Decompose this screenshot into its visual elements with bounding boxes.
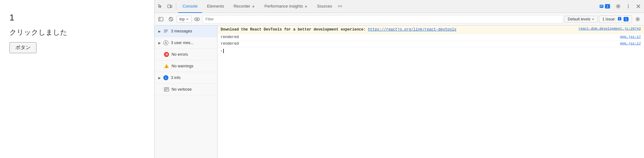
info-label: 3 info bbox=[171, 76, 181, 80]
svg-rect-1 bbox=[171, 5, 172, 8]
svg-rect-0 bbox=[168, 5, 170, 8]
user-messages-icon bbox=[163, 40, 168, 45]
filter-input[interactable] bbox=[203, 15, 563, 23]
console-prompt[interactable]: › bbox=[217, 47, 644, 54]
inspect-icon[interactable] bbox=[156, 2, 165, 11]
devtools-message-bold: Download the React DevTools for a better… bbox=[221, 27, 366, 32]
default-levels-button[interactable]: Default levels bbox=[564, 16, 598, 23]
user-messages-arrow: ▶ bbox=[158, 41, 161, 45]
recorder-flag: ▲ bbox=[251, 4, 255, 8]
rendered-source-2[interactable]: App.jsx:17 bbox=[620, 42, 641, 45]
issue-icon bbox=[618, 17, 622, 22]
errors-label: No errors bbox=[172, 52, 188, 57]
toolbar-divider-1 bbox=[176, 3, 176, 9]
more-tabs-chevron[interactable]: >> bbox=[338, 4, 342, 8]
device-toolbar-icon[interactable] bbox=[165, 2, 174, 11]
devtools-panel: Console Elements Recorder ▲ Performance … bbox=[154, 0, 644, 158]
svg-point-20 bbox=[637, 18, 639, 20]
show-sidebar-icon[interactable] bbox=[156, 15, 165, 24]
console-sidebar: ▶ 3 messages ▶ bbox=[155, 25, 217, 158]
svg-point-7 bbox=[628, 6, 629, 7]
svg-rect-11 bbox=[159, 17, 163, 21]
console-output: Download the React DevTools for a better… bbox=[217, 25, 644, 158]
sidebar-item-user-messages[interactable]: ▶ 3 user mes... bbox=[155, 37, 217, 49]
tab-console[interactable]: Console bbox=[178, 0, 202, 13]
devtools-message-text: Download the React DevTools for a better… bbox=[221, 27, 576, 32]
issue-label: 1 Issue: bbox=[602, 17, 616, 21]
messages-label: 3 messages bbox=[171, 29, 192, 33]
default-levels-label: Default levels bbox=[568, 17, 590, 21]
svg-point-24 bbox=[165, 42, 167, 43]
performance-flag: ▲ bbox=[304, 4, 308, 8]
prompt-cursor bbox=[223, 49, 224, 53]
default-levels-chevron bbox=[592, 18, 594, 20]
info-arrow: ▶ bbox=[158, 76, 161, 80]
devtools-link[interactable]: https://reactjs.org/link/react-devtools bbox=[368, 27, 456, 32]
live-expressions-icon[interactable] bbox=[193, 15, 201, 24]
issue-count: 1 bbox=[624, 17, 629, 21]
console-badge-button[interactable]: 1 bbox=[597, 3, 613, 9]
svg-line-14 bbox=[170, 18, 172, 20]
tab-sources[interactable]: Sources bbox=[313, 0, 336, 13]
messages-arrow: ▶ bbox=[158, 30, 161, 33]
frame-selector-label: top bbox=[179, 17, 185, 21]
clear-console-icon[interactable] bbox=[167, 15, 175, 24]
sidebar-item-warnings[interactable]: ! No warnings bbox=[155, 60, 217, 72]
sidebar-item-info[interactable]: ▶ i 3 info bbox=[155, 72, 217, 84]
errors-icon: ✕ bbox=[164, 52, 169, 57]
rendered-text-1: rendered bbox=[221, 35, 239, 39]
close-icon[interactable] bbox=[634, 2, 643, 11]
more-options-icon[interactable] bbox=[624, 2, 633, 11]
svg-point-5 bbox=[618, 6, 619, 7]
sidebar-item-messages[interactable]: ▶ 3 messages bbox=[155, 25, 217, 37]
sidebar-item-errors[interactable]: ✕ No errors bbox=[155, 49, 217, 60]
devtools-tab-bar: Console Elements Recorder ▲ Performance … bbox=[155, 0, 644, 13]
devtools-toolbar2: top Default levels 1 Issue: bbox=[155, 13, 644, 25]
toolbar-right: 1 bbox=[597, 2, 643, 11]
messages-icon bbox=[163, 29, 168, 34]
info-icon: i bbox=[163, 75, 168, 80]
page-clicked-text: クリックしました bbox=[9, 28, 145, 37]
svg-text:!: ! bbox=[166, 65, 167, 68]
verbose-icon bbox=[164, 87, 169, 92]
console-settings-icon[interactable] bbox=[633, 15, 642, 24]
devtools-message-line: Download the React DevTools for a better… bbox=[217, 25, 644, 34]
svg-point-6 bbox=[628, 4, 629, 5]
issues-badge-button[interactable]: 1 Issue: 1 bbox=[599, 15, 632, 23]
devtools-source[interactable]: react-dom.development.js:29742 bbox=[579, 27, 641, 31]
console-count-badge: 1 bbox=[605, 4, 610, 8]
svg-point-16 bbox=[196, 18, 198, 20]
frame-selector[interactable]: top bbox=[177, 16, 191, 23]
page-content: 1 クリックしました ボタン bbox=[0, 0, 154, 158]
warnings-icon: ! bbox=[164, 64, 169, 69]
rendered-line-2: rendered App.jsx:17 bbox=[217, 41, 644, 47]
tab-elements[interactable]: Elements bbox=[203, 0, 229, 13]
page-number: 1 bbox=[9, 13, 145, 23]
svg-point-8 bbox=[628, 7, 629, 8]
page-button[interactable]: ボタン bbox=[9, 42, 37, 53]
sidebar-item-verbose[interactable]: No verbose bbox=[155, 84, 217, 95]
user-messages-label: 3 user mes... bbox=[171, 41, 194, 45]
prompt-arrow-icon: › bbox=[221, 48, 222, 53]
svg-point-19 bbox=[619, 19, 620, 20]
frame-selector-chevron bbox=[186, 18, 189, 20]
tab-recorder[interactable]: Recorder ▲ bbox=[229, 0, 259, 13]
rendered-line-1: rendered App.jsx:17 bbox=[217, 34, 644, 41]
verbose-label: No verbose bbox=[172, 87, 192, 92]
svg-point-15 bbox=[195, 18, 200, 21]
settings-icon[interactable] bbox=[614, 2, 623, 11]
tab-performance[interactable]: Performance insights ▲ bbox=[260, 0, 312, 13]
rendered-source-1[interactable]: App.jsx:17 bbox=[620, 35, 641, 39]
devtools-main: ▶ 3 messages ▶ bbox=[155, 25, 644, 158]
rendered-text-2: rendered bbox=[221, 42, 239, 46]
warnings-label: No warnings bbox=[172, 64, 193, 68]
